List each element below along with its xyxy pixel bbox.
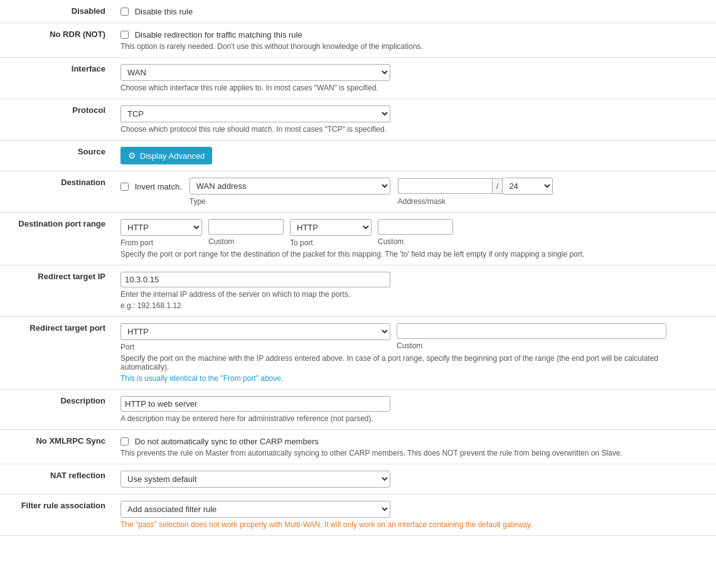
no-rdr-checkbox[interactable] xyxy=(120,31,129,39)
no-xmlrpc-checkbox[interactable] xyxy=(120,437,129,446)
no-rdr-label: No RDR (NOT) xyxy=(0,23,113,58)
destination-address-label: Address/mask xyxy=(398,197,553,206)
invert-match-checkbox[interactable] xyxy=(120,183,129,191)
redirect-port-label: Redirect target port xyxy=(0,317,113,390)
disabled-checkbox[interactable] xyxy=(120,8,129,16)
redirect-custom-label: Custom xyxy=(397,341,666,350)
redirect-ip-content: Enter the internal IP address of the ser… xyxy=(113,265,716,317)
redirect-port-select-group: HTTP HTTPS FTP any other Port xyxy=(120,323,390,351)
invert-match-label[interactable]: Invert match. xyxy=(120,181,182,191)
no-rdr-content: Disable redirection for traffic matching… xyxy=(113,23,716,58)
destination-address-group: / 24 32 16 8 Address/mask xyxy=(398,178,553,206)
disabled-content: Disable this rule xyxy=(113,0,716,23)
redirect-port-content: HTTP HTTPS FTP any other Port Custom Spe… xyxy=(113,317,716,390)
interface-help: Choose which interface this rule applies… xyxy=(120,83,708,92)
no-rdr-row: No RDR (NOT) Disable redirection for tra… xyxy=(0,23,716,58)
to-custom-group: Custom xyxy=(378,219,453,246)
no-xmlrpc-label: No XMLRPC Sync xyxy=(0,430,113,464)
from-port-select[interactable]: HTTP HTTPS FTP any other xyxy=(120,219,202,236)
destination-mask-select[interactable]: 24 32 16 8 xyxy=(503,178,553,195)
display-advanced-label: Display Advanced xyxy=(140,151,205,161)
destination-inputs-row: Invert match. WAN address any Single hos… xyxy=(120,178,708,206)
to-port-select[interactable]: HTTP HTTPS FTP any other xyxy=(290,219,371,236)
display-advanced-button[interactable]: ⚙ Display Advanced xyxy=(120,147,212,164)
invert-match-text: Invert match. xyxy=(135,182,182,191)
interface-select[interactable]: WAN LAN OPT1 xyxy=(120,64,390,81)
redirect-port-field-label: Port xyxy=(120,343,390,351)
protocol-help: Choose which protocol this rule should m… xyxy=(120,125,708,134)
disabled-checkbox-text: Disable this rule xyxy=(135,7,193,16)
filter-rule-help: The "pass" selection does not work prope… xyxy=(120,520,708,529)
nat-reflection-label: NAT reflection xyxy=(0,464,113,494)
description-row: Description A description may be entered… xyxy=(0,390,716,430)
filter-rule-content: Add associated filter rule Pass None The… xyxy=(113,494,716,536)
to-port-group: HTTP HTTPS FTP any other To port xyxy=(290,219,371,247)
description-content: A description may be entered here for ad… xyxy=(113,390,716,430)
disabled-row: Disabled Disable this rule xyxy=(0,0,716,23)
redirect-port-help1: Specify the port on the machine with the… xyxy=(120,354,708,372)
gear-icon: ⚙ xyxy=(128,151,136,161)
address-mask-group: / 24 32 16 8 xyxy=(398,178,553,195)
redirect-ip-row: Redirect target IP Enter the internal IP… xyxy=(0,265,716,317)
filter-rule-label: Filter rule association xyxy=(0,494,113,536)
source-row: Source ⚙ Display Advanced xyxy=(0,141,716,171)
protocol-row: Protocol TCP UDP TCP/UDP ICMP any Choose… xyxy=(0,99,716,141)
no-rdr-checkbox-label[interactable]: Disable redirection for traffic matching… xyxy=(120,29,302,39)
interface-content: WAN LAN OPT1 Choose which interface this… xyxy=(113,58,716,99)
dest-port-range-content: HTTP HTTPS FTP any other From port Custo… xyxy=(113,213,716,265)
disabled-checkbox-label[interactable]: Disable this rule xyxy=(120,6,193,16)
to-custom-input[interactable] xyxy=(378,219,453,235)
redirect-ip-input[interactable] xyxy=(120,272,390,287)
source-content: ⚙ Display Advanced xyxy=(113,141,716,171)
description-help: A description may be entered here for ad… xyxy=(120,414,708,423)
redirect-port-help2: This is usually identical to the "From p… xyxy=(120,374,708,383)
redirect-ip-help2: e.g.: 192.168.1.12 xyxy=(120,301,708,310)
protocol-content: TCP UDP TCP/UDP ICMP any Choose which pr… xyxy=(113,99,716,141)
from-custom-label: Custom xyxy=(208,237,284,246)
description-input[interactable] xyxy=(120,396,390,412)
description-label: Description xyxy=(0,390,113,430)
protocol-select[interactable]: TCP UDP TCP/UDP ICMP any xyxy=(120,105,390,122)
no-xmlrpc-checkbox-label[interactable]: Do not automatically sync to other CARP … xyxy=(120,436,319,446)
redirect-custom-group: Custom xyxy=(397,323,666,351)
disabled-label: Disabled xyxy=(0,0,113,23)
port-range-inputs: HTTP HTTPS FTP any other From port Custo… xyxy=(120,219,708,247)
nat-reflection-row: NAT reflection Use system default Enable… xyxy=(0,464,716,494)
protocol-label: Protocol xyxy=(0,99,113,141)
redirect-port-inputs: HTTP HTTPS FTP any other Port Custom xyxy=(120,323,708,351)
destination-address-input[interactable] xyxy=(398,178,492,194)
form-table: Disabled Disable this rule No RDR (NOT) … xyxy=(0,0,716,536)
from-port-group: HTTP HTTPS FTP any other From port xyxy=(120,219,202,247)
destination-row: Destination Invert match. WAN address an… xyxy=(0,171,716,213)
mask-separator: / xyxy=(492,178,503,194)
from-port-label: From port xyxy=(120,238,202,247)
no-xmlrpc-row: No XMLRPC Sync Do not automatically sync… xyxy=(0,430,716,464)
to-custom-label: Custom xyxy=(378,237,453,246)
interface-label: Interface xyxy=(0,58,113,99)
destination-content: Invert match. WAN address any Single hos… xyxy=(113,171,716,213)
nat-reflection-content: Use system default Enable Disable xyxy=(113,464,716,494)
destination-label: Destination xyxy=(0,171,113,213)
dest-port-range-row: Destination port range HTTP HTTPS FTP an… xyxy=(0,213,716,265)
no-rdr-checkbox-text: Disable redirection for traffic matching… xyxy=(135,30,302,40)
no-xmlrpc-content: Do not automatically sync to other CARP … xyxy=(113,430,716,464)
from-custom-input[interactable] xyxy=(208,219,284,235)
destination-type-select[interactable]: WAN address any Single host or alias Net… xyxy=(190,178,390,195)
interface-row: Interface WAN LAN OPT1 Choose which inte… xyxy=(0,58,716,99)
dest-port-range-label: Destination port range xyxy=(0,213,113,265)
filter-rule-select[interactable]: Add associated filter rule Pass None xyxy=(120,501,390,518)
from-custom-group: Custom xyxy=(208,219,284,246)
nat-reflection-select[interactable]: Use system default Enable Disable xyxy=(120,471,390,488)
redirect-port-select[interactable]: HTTP HTTPS FTP any other xyxy=(120,323,390,340)
invert-match-cell: Invert match. xyxy=(120,178,182,191)
no-rdr-help: This option is rarely needed. Don't use … xyxy=(120,42,708,51)
redirect-custom-input[interactable] xyxy=(397,323,666,339)
destination-type-label: Type xyxy=(190,197,390,206)
filter-rule-row: Filter rule association Add associated f… xyxy=(0,494,716,536)
redirect-port-row: Redirect target port HTTP HTTPS FTP any … xyxy=(0,317,716,390)
no-xmlrpc-checkbox-text: Do not automatically sync to other CARP … xyxy=(135,437,319,446)
dest-port-range-help: Specify the port or port range for the d… xyxy=(120,250,708,259)
no-xmlrpc-help: This prevents the rule on Master from au… xyxy=(120,449,708,457)
redirect-ip-label: Redirect target IP xyxy=(0,265,113,317)
to-port-label: To port xyxy=(290,238,371,247)
